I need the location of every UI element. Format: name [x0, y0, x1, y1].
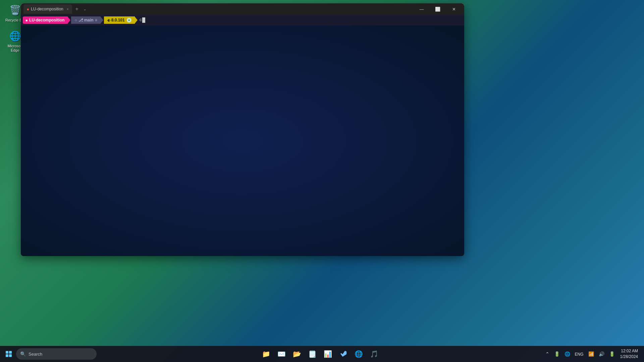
tray-battery[interactable]: 🔋: [608, 350, 616, 358]
branch-fork-icon: ⎇: [78, 18, 83, 22]
system-tray: ⌃ 🔋 🌐 ENG 📶 🔊 🔋 12:02 AM 1/28/2024: [544, 348, 641, 360]
taskbar-folder[interactable]: 📂: [290, 347, 305, 361]
branch-pill: ○ ⎇ main ≡: [71, 16, 100, 24]
tray-language[interactable]: ENG: [574, 350, 585, 358]
taskbar-calculator[interactable]: 🗒️: [305, 347, 320, 361]
taskbar-search[interactable]: 🔍 Search: [16, 348, 97, 360]
taskbar-vscode[interactable]: [336, 347, 351, 361]
edge-image: 🌐: [8, 29, 22, 43]
title-bar: ■ LU-decomposition × + ⌄ — ⬜ ✕: [21, 3, 464, 15]
tray-network[interactable]: 🌐: [563, 350, 572, 358]
tray-hidden-icons[interactable]: ⌃: [544, 350, 551, 358]
window-controls: — ⬜ ✕: [414, 3, 462, 15]
version-number: 8.0.101: [111, 18, 125, 22]
search-label: Search: [29, 352, 42, 357]
terminal-body[interactable]: [21, 25, 464, 256]
branch-equals-icon: ≡: [95, 18, 97, 22]
maximize-button[interactable]: ⬜: [430, 3, 445, 15]
version-check-icon: ●: [127, 18, 131, 22]
project-name: LU-decomposition: [29, 18, 64, 22]
language-label: ENG: [575, 352, 584, 357]
taskbar-music[interactable]: 🎵: [367, 347, 382, 361]
input-text: c: [140, 17, 142, 22]
project-pill: ■ LU-decomposition: [23, 16, 68, 24]
terminal-input[interactable]: c: [140, 17, 145, 23]
clock-date: 1/28/2024: [620, 354, 638, 360]
tray-wifi[interactable]: 📶: [587, 350, 595, 358]
version-lightning-icon: ⬖: [107, 18, 110, 22]
branch-circle-icon: ○: [74, 18, 77, 22]
cursor-block: [142, 17, 145, 23]
desktop: 🗑️ Recycle Bin 🌐 Microsoft Edge ■ LU-dec…: [0, 0, 644, 362]
project-icon: ■: [25, 18, 28, 22]
tray-volume[interactable]: 🔊: [597, 350, 606, 358]
tab-terminal-icon: ■: [27, 7, 29, 11]
tab-dropdown-button[interactable]: ⌄: [82, 6, 88, 12]
taskbar-file-explorer[interactable]: 📁: [259, 347, 274, 361]
tray-battery-saver[interactable]: 🔋: [553, 350, 561, 358]
start-button[interactable]: [3, 348, 15, 360]
clock-time: 12:02 AM: [620, 348, 638, 354]
close-button[interactable]: ✕: [446, 3, 462, 15]
version-pill: ⬖ 8.0.101 ●: [104, 16, 135, 24]
tab-label: LU-decomposition: [31, 7, 63, 11]
tray-clock[interactable]: 12:02 AM 1/28/2024: [618, 348, 640, 360]
prompt-bar: ■ LU-decomposition ○ ⎇ main ≡ ⬖ 8.0.101 …: [21, 15, 464, 25]
taskbar-mail[interactable]: ✉️: [274, 347, 289, 361]
close-tab-button[interactable]: ×: [67, 7, 69, 11]
minimize-button[interactable]: —: [414, 3, 429, 15]
terminal-tab[interactable]: ■ LU-decomposition ×: [23, 4, 72, 14]
search-icon: 🔍: [20, 351, 26, 357]
taskbar: 🔍 Search 📁 ✉️ 📂 🗒️ 📊 🌐 🎵 ⌃ 🔋 🌐 ENG: [0, 346, 644, 362]
windows-logo: [6, 351, 12, 357]
recycle-bin-image: 🗑️: [8, 3, 22, 17]
add-tab-button[interactable]: +: [73, 5, 80, 13]
branch-name: main: [84, 18, 94, 22]
taskbar-edge[interactable]: 🌐: [352, 347, 366, 361]
taskbar-office[interactable]: 📊: [321, 347, 335, 361]
terminal-window: ■ LU-decomposition × + ⌄ — ⬜ ✕ ■ LU-deco…: [21, 3, 464, 256]
taskbar-apps: 📁 ✉️ 📂 🗒️ 📊 🌐 🎵: [98, 347, 543, 361]
